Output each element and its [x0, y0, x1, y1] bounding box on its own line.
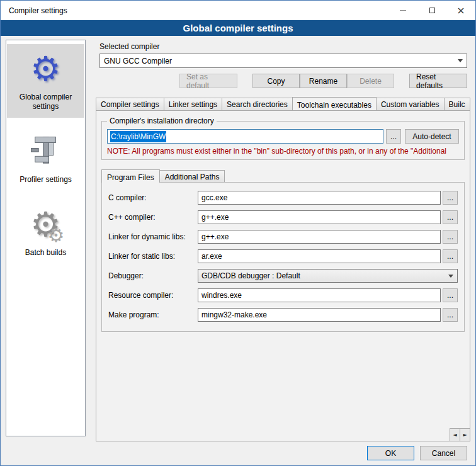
tab-linker-settings[interactable]: Linker settings	[164, 98, 222, 110]
debugger-dropdown[interactable]: GDB/CDB debugger : Default	[198, 269, 458, 283]
tab-custom-variables[interactable]: Custom variables	[376, 98, 445, 110]
tab-toolchain-executables[interactable]: Toolchain executables	[292, 97, 377, 110]
installation-directory-value: C:\raylib\MinGW	[110, 131, 166, 142]
settings-category-list: ⚙ Global compiler settings Profiler sett…	[6, 40, 86, 436]
reset-defaults-button[interactable]: Reset defaults	[409, 74, 467, 88]
resource-compiler-label: Resource compiler:	[108, 291, 198, 300]
selected-compiler-label: Selected compiler	[99, 42, 470, 51]
installation-directory-row: C:\raylib\MinGW ... Auto-detect	[107, 129, 459, 144]
tab-scroll-right-button[interactable]: ►	[460, 428, 470, 441]
installation-directory-input[interactable]: C:\raylib\MinGW	[107, 129, 383, 144]
compiler-actions-row: Set as default Copy Rename Delete Reset …	[99, 74, 467, 88]
caption-buttons: ×	[388, 1, 475, 20]
maximize-button[interactable]	[417, 1, 446, 20]
resource-compiler-browse-button[interactable]: ...	[443, 288, 458, 302]
tab-scroll-buttons: ◄ ►	[450, 428, 470, 441]
sidebar-item-label: Profiler settings	[20, 175, 72, 185]
static-linker-value: ar.exe	[201, 252, 222, 261]
bin-subdirectory-note: NOTE: All programs must exist either in …	[107, 147, 459, 156]
dynamic-linker-browse-button[interactable]: ...	[443, 230, 458, 244]
cpp-compiler-input[interactable]: g++.exe	[198, 210, 441, 224]
static-linker-browse-button[interactable]: ...	[443, 249, 458, 263]
cpp-compiler-value: g++.exe	[201, 213, 229, 222]
dialog-header: Global compiler settings	[1, 20, 475, 36]
make-program-row: Make program: mingw32-make.exe ...	[108, 308, 458, 322]
main-panel: Selected compiler GNU GCC Compiler Set a…	[96, 42, 470, 441]
chevron-down-icon	[455, 55, 466, 67]
set-as-default-button[interactable]: Set as default	[179, 74, 237, 88]
sidebar-item-label: Global compiler settings	[8, 93, 83, 111]
ok-button[interactable]: OK	[367, 446, 414, 460]
minimize-icon	[400, 10, 406, 11]
c-compiler-input[interactable]: gcc.exe	[198, 191, 441, 205]
static-linker-input[interactable]: ar.exe	[198, 249, 441, 263]
sidebar-item-label: Batch builds	[25, 248, 66, 258]
cancel-button[interactable]: Cancel	[420, 446, 467, 460]
dialog-footer: OK Cancel	[367, 446, 467, 460]
subtab-program-files[interactable]: Program Files	[101, 169, 160, 183]
subtab-strip: Program Files Additional Paths	[101, 169, 465, 182]
rename-button[interactable]: Rename	[300, 74, 347, 88]
window-title: Compiler settings	[1, 6, 67, 15]
resource-compiler-row: Resource compiler: windres.exe ...	[108, 288, 458, 302]
c-compiler-label: C compiler:	[108, 193, 198, 202]
gear-gray-icon: ⚙ ⚙	[26, 205, 66, 245]
tab-search-directories[interactable]: Search directories	[222, 98, 293, 110]
sidebar-item-batch-builds[interactable]: ⚙ ⚙ Batch builds	[7, 200, 84, 264]
profiler-clamp-icon	[26, 132, 66, 172]
selected-compiler-dropdown[interactable]: GNU GCC Compiler	[99, 54, 467, 68]
dynamic-linker-row: Linker for dynamic libs: g++.exe ...	[108, 230, 458, 244]
c-compiler-browse-button[interactable]: ...	[443, 191, 458, 205]
tab-compiler-settings[interactable]: Compiler settings	[96, 98, 164, 110]
installation-directory-browse-button[interactable]: ...	[386, 129, 401, 144]
cpp-compiler-row: C++ compiler: g++.exe ...	[108, 210, 458, 224]
maximize-icon	[429, 8, 435, 13]
tab-strip: Compiler settings Linker settings Search…	[96, 96, 470, 110]
gear-blue-icon: ⚙	[26, 49, 66, 89]
arrow-right-icon: ►	[463, 432, 467, 438]
title-bar: Compiler settings ×	[1, 1, 475, 20]
c-compiler-value: gcc.exe	[201, 193, 227, 202]
chevron-down-icon	[445, 270, 456, 281]
c-compiler-row: C compiler: gcc.exe ...	[108, 191, 458, 205]
cpp-compiler-label: C++ compiler:	[108, 213, 198, 222]
minimize-button[interactable]	[388, 1, 417, 20]
close-button[interactable]: ×	[446, 1, 475, 20]
sidebar-item-profiler-settings[interactable]: Profiler settings	[7, 127, 84, 191]
compiler-settings-dialog: Compiler settings × Global compiler sett…	[0, 0, 476, 466]
make-program-input[interactable]: mingw32-make.exe	[198, 308, 441, 322]
make-program-browse-button[interactable]: ...	[443, 308, 458, 322]
resource-compiler-input[interactable]: windres.exe	[198, 288, 441, 302]
auto-detect-button[interactable]: Auto-detect	[405, 129, 459, 144]
selected-compiler-value: GNU GCC Compiler	[104, 57, 172, 65]
dialog-header-title: Global compiler settings	[183, 23, 293, 33]
installation-directory-group: Compiler's installation directory C:\ray…	[101, 121, 465, 160]
dynamic-linker-label: Linker for dynamic libs:	[108, 232, 198, 241]
debugger-value: GDB/CDB debugger : Default	[201, 271, 300, 280]
arrow-left-icon: ◄	[453, 432, 456, 438]
settings-tabs: Compiler settings Linker settings Search…	[96, 96, 470, 441]
program-files-tabs: Program Files Additional Paths C compile…	[101, 169, 465, 332]
tab-build-options-truncated[interactable]: Builc	[444, 98, 470, 110]
resource-compiler-value: windres.exe	[201, 291, 242, 300]
sidebar-item-global-compiler-settings[interactable]: ⚙ Global compiler settings	[7, 44, 84, 118]
program-files-panel: C compiler: gcc.exe ... C++ compiler: g+…	[101, 182, 465, 332]
cpp-compiler-browse-button[interactable]: ...	[443, 210, 458, 224]
delete-button[interactable]: Delete	[347, 74, 394, 88]
debugger-label: Debugger:	[108, 271, 198, 280]
make-program-label: Make program:	[108, 310, 198, 319]
dynamic-linker-value: g++.exe	[201, 232, 229, 241]
installation-directory-group-title: Compiler's installation directory	[107, 116, 217, 125]
copy-button[interactable]: Copy	[252, 74, 300, 88]
dynamic-linker-input[interactable]: g++.exe	[198, 230, 441, 244]
close-icon: ×	[456, 6, 465, 16]
static-linker-row: Linker for static libs: ar.exe ...	[108, 249, 458, 263]
toolchain-executables-panel: Compiler's installation directory C:\ray…	[96, 110, 470, 441]
debugger-row: Debugger: GDB/CDB debugger : Default	[108, 269, 458, 283]
make-program-value: mingw32-make.exe	[201, 310, 267, 319]
dialog-content: ⚙ Global compiler settings Profiler sett…	[1, 36, 475, 465]
subtab-additional-paths[interactable]: Additional Paths	[159, 170, 225, 182]
tab-scroll-left-button[interactable]: ◄	[450, 428, 460, 441]
static-linker-label: Linker for static libs:	[108, 252, 198, 261]
